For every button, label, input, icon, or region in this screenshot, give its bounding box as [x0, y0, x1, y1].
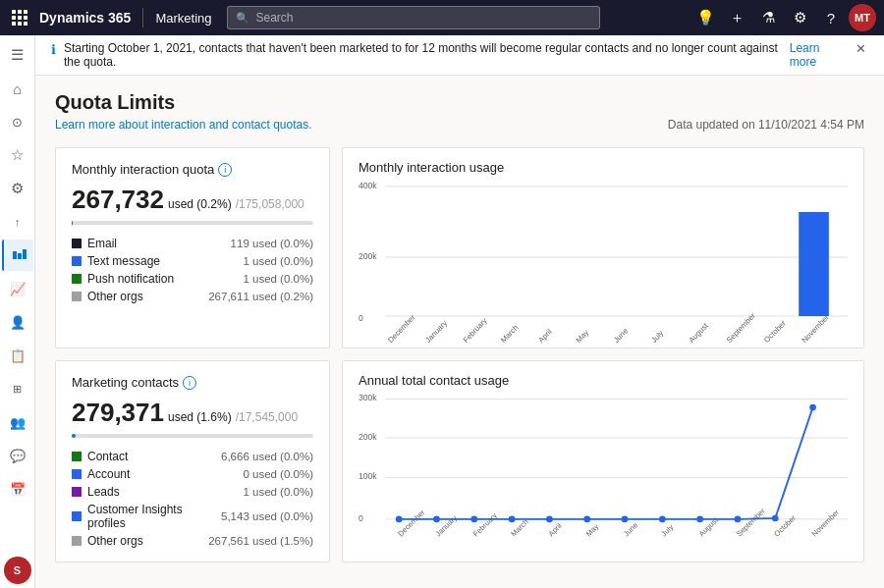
sidebar-item-quota[interactable] [2, 240, 33, 271]
monthly-quota-info-icon[interactable]: i [218, 163, 232, 177]
data-updated-label: Data updated on 11/10/2021 4:54 PM [668, 118, 864, 132]
page-subtitle-row: Learn more about interaction and contact… [55, 118, 864, 132]
annual-line [399, 407, 812, 519]
search-box[interactable]: 🔍 Search [227, 6, 600, 29]
main-layout: ☰ ⌂ ⊙ ☆ ⚙ ↑ 📈 👤 📋 ⊞ 👥 💬 📅 S ℹ Starting O… [0, 35, 884, 588]
dot-sep [735, 516, 742, 523]
svg-text:February: February [471, 511, 499, 539]
add-button[interactable]: ＋ [723, 4, 750, 31]
dot-mar [509, 516, 516, 523]
annual-chart-area: 300k 200k 100k 0 [359, 392, 848, 549]
svg-text:200k: 200k [359, 251, 377, 261]
quota-learn-more-link[interactable]: Learn more about interaction and contact… [55, 118, 312, 132]
svg-text:November: November [801, 312, 831, 345]
svg-text:April: April [546, 521, 563, 538]
sidebar: ☰ ⌂ ⊙ ☆ ⚙ ↑ 📈 👤 📋 ⊞ 👥 💬 📅 S [0, 35, 35, 588]
sidebar-item-campaigns[interactable]: ↑ [2, 206, 33, 238]
svg-text:February: February [462, 316, 489, 345]
sidebar-bottom-avatar[interactable]: S [4, 557, 31, 584]
svg-text:200k: 200k [359, 432, 377, 442]
quota-item-text-message: Text message 1 used (0.0%) [72, 254, 313, 268]
contact-color [72, 452, 82, 461]
sidebar-item-pinned[interactable]: ☆ [2, 139, 33, 171]
monthly-quota-used-pct: used (0.2%) [168, 197, 232, 211]
svg-text:June: June [622, 520, 639, 538]
svg-text:April: April [536, 327, 553, 345]
svg-text:July: July [649, 329, 665, 346]
push-color [72, 274, 82, 284]
monthly-quota-used-number: 267,732 [72, 185, 164, 215]
marketing-contacts-info-icon[interactable]: i [183, 376, 196, 390]
svg-text:0: 0 [359, 313, 363, 323]
annual-chart-card: Annual total contact usage 300k 200k 100… [342, 360, 864, 562]
topnav-actions: 💡 ＋ ⚗ ⚙ ? MT [691, 4, 876, 31]
svg-text:November: November [810, 508, 842, 538]
topnav: Dynamics 365 Marketing 🔍 Search 💡 ＋ ⚗ ⚙ … [0, 0, 884, 35]
user-avatar[interactable]: MT [849, 4, 876, 31]
banner-close-button[interactable]: ✕ [854, 41, 868, 56]
dot-nov [809, 404, 816, 411]
info-banner: ℹ Starting October 1, 2021, contacts tha… [35, 35, 884, 76]
help-button[interactable]: ? [817, 4, 845, 31]
sidebar-item-menu[interactable]: ☰ [2, 39, 33, 71]
dot-feb [470, 516, 477, 523]
svg-text:June: June [612, 326, 630, 345]
page-title: Quota Limits [55, 91, 864, 114]
module-label: Marketing [155, 11, 211, 26]
sidebar-item-contacts[interactable]: 👤 [2, 306, 33, 338]
sidebar-item-lists[interactable]: 📋 [2, 340, 33, 371]
monthly-quota-bar-wrap [72, 221, 313, 225]
svg-rect-1 [18, 253, 22, 259]
svg-text:July: July [659, 522, 675, 538]
svg-text:December: December [396, 508, 427, 538]
monthly-chart-title: Monthly interaction usage [359, 160, 848, 175]
other-orgs-color [72, 536, 82, 546]
app-grid-button[interactable] [8, 6, 31, 29]
sidebar-item-accounts[interactable]: 👥 [2, 406, 33, 438]
dot-aug [696, 516, 703, 523]
app-title: Dynamics 365 [39, 10, 131, 26]
top-cards-row: Monthly interaction quota i 267,732 used… [55, 147, 864, 348]
svg-text:100k: 100k [359, 471, 377, 481]
nav-divider [142, 8, 143, 27]
dot-jul [659, 516, 666, 523]
svg-text:400k: 400k [359, 181, 377, 190]
ci-color [72, 511, 82, 521]
annual-chart-svg: 300k 200k 100k 0 [359, 392, 848, 549]
sidebar-item-messages[interactable]: 💬 [2, 440, 33, 471]
settings-button[interactable]: ⚙ [786, 4, 813, 31]
monthly-chart-area: 400k 200k 0 [359, 179, 848, 336]
monthly-quota-card: Monthly interaction quota i 267,732 used… [55, 147, 330, 348]
svg-text:0: 0 [359, 513, 363, 523]
contacts-item-contact: Contact 6,666 used (0.0%) [72, 450, 313, 463]
sidebar-item-recent[interactable]: ⊙ [2, 106, 33, 137]
text-color [72, 256, 82, 266]
page-content: Quota Limits Learn more about interactio… [35, 76, 884, 588]
banner-learn-more-link[interactable]: Learn more [790, 41, 846, 69]
filter-button[interactable]: ⚗ [754, 4, 782, 31]
contacts-item-ci-profiles: Customer Insights profiles 5,143 used (0… [72, 503, 313, 530]
marketing-contacts-used-number: 279,371 [72, 398, 164, 428]
annual-chart-title: Annual total contact usage [359, 373, 848, 388]
bottom-cards-row: Marketing contacts i 279,371 used (1.6%)… [55, 360, 864, 562]
contacts-item-other-orgs: Other orgs 267,561 used (1.5%) [72, 534, 313, 548]
account-color [72, 469, 82, 479]
marketing-contacts-card: Marketing contacts i 279,371 used (1.6%)… [55, 360, 330, 562]
sidebar-item-analytics[interactable]: 📈 [2, 273, 33, 304]
marketing-contacts-bar-fill [72, 434, 76, 438]
svg-text:October: October [762, 318, 788, 345]
content-area: ℹ Starting October 1, 2021, contacts tha… [35, 35, 884, 588]
sidebar-item-settings[interactable]: ⚙ [2, 173, 33, 204]
monthly-chart-svg: 400k 200k 0 [359, 179, 848, 336]
svg-text:May: May [584, 522, 601, 538]
marketing-contacts-total: /17,545,000 [236, 410, 298, 424]
dot-may [583, 516, 590, 523]
svg-rect-0 [13, 251, 17, 259]
sidebar-item-segments[interactable]: ⊞ [2, 373, 33, 404]
sidebar-item-home[interactable]: ⌂ [2, 73, 33, 104]
sidebar-item-events[interactable]: 📅 [2, 473, 33, 505]
marketing-contacts-used-pct: used (1.6%) [168, 410, 232, 424]
help-search-button[interactable]: 💡 [691, 4, 719, 31]
dot-jan [433, 516, 440, 523]
quota-item-email: Email 119 used (0.0%) [72, 237, 313, 250]
